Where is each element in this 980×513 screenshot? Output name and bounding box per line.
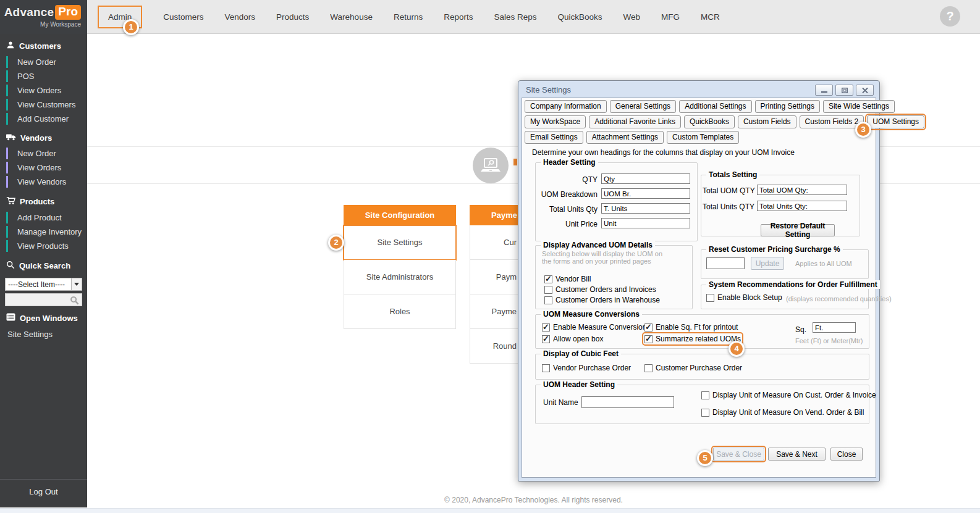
card-row-roles[interactable]: Roles xyxy=(344,294,456,329)
nav-item-web[interactable]: Web xyxy=(623,12,641,22)
checkbox-summarize-related-uoms[interactable]: Summarize related UOMs xyxy=(644,335,741,343)
card-row-rounding[interactable]: Round xyxy=(470,329,518,364)
checkbox-label: Enable Measure Conversions xyxy=(553,323,650,332)
checkbox-customer-orders-warehouse[interactable]: Customer Orders in Warehouse xyxy=(544,296,660,304)
section-title: Open Windows xyxy=(20,314,78,323)
select-dropdown-button[interactable] xyxy=(71,278,82,290)
nav-item-mcr[interactable]: MCR xyxy=(701,12,720,22)
save-close-button[interactable]: Save & Close xyxy=(713,448,764,461)
help-icon[interactable]: ? xyxy=(940,6,960,27)
minimize-button[interactable] xyxy=(815,85,833,96)
nav-item-returns[interactable]: Returns xyxy=(394,12,423,22)
checkbox-enable-block-setup[interactable]: Enable Block Setup xyxy=(706,293,782,302)
close-icon[interactable] xyxy=(856,85,874,96)
sidebar-item-add-product[interactable]: Add Product xyxy=(0,211,87,224)
uom-breakdown-input[interactable] xyxy=(601,188,690,199)
tab-row-3: Email Settings Attachment Settings Custo… xyxy=(525,131,739,144)
checkbox-box xyxy=(542,323,550,332)
checkbox-enable-measure-conversions[interactable]: Enable Measure Conversions xyxy=(542,323,650,332)
total-units-qty-heading-input[interactable] xyxy=(757,201,847,211)
nav-item-quickbooks[interactable]: QuickBooks xyxy=(558,12,602,22)
card-row-payment-1[interactable]: Paym xyxy=(470,260,518,294)
card-row-currency[interactable]: Cur xyxy=(470,225,518,260)
tab-uom-settings[interactable]: UOM Settings xyxy=(867,115,924,128)
sidebar-item-add-customer[interactable]: Add Customer xyxy=(0,112,87,125)
update-button[interactable]: Update xyxy=(751,257,784,270)
checkbox-enable-sq-ft-printout[interactable]: Enable Sq. Ft for printout xyxy=(644,323,738,332)
field-label-total-units-qty-2: Total Units QTY xyxy=(703,202,754,211)
checkbox-label: Vendor Bill xyxy=(555,275,591,283)
quick-search-select[interactable]: ----Select Item---- xyxy=(5,278,82,291)
nav-item-sales-reps[interactable]: Sales Reps xyxy=(494,12,536,22)
card-row-payment-2[interactable]: Payme xyxy=(470,294,518,329)
nav-item-customers[interactable]: Customers xyxy=(163,12,203,22)
admin-laptop-icon xyxy=(473,148,509,183)
checkbox-box xyxy=(542,364,550,372)
qty-heading-input[interactable] xyxy=(601,173,690,184)
surcharge-input[interactable] xyxy=(706,257,745,269)
tab-additional-settings[interactable]: Additional Settings xyxy=(679,100,751,113)
checkbox-label: Allow open box xyxy=(553,335,603,343)
tab-custom-fields-2[interactable]: Custom Fields 2 xyxy=(800,115,864,128)
close-button[interactable]: Close xyxy=(830,448,863,461)
checkbox-label: Customer Orders and Invoices xyxy=(555,285,656,294)
group-title: Header Setting xyxy=(541,158,598,167)
unit-price-input[interactable] xyxy=(601,218,690,228)
section-title: Customers xyxy=(19,41,61,51)
unit-name-input[interactable] xyxy=(581,396,674,408)
card-row-site-settings[interactable]: Site Settings 2 xyxy=(344,225,456,260)
checkbox-vendor-bill[interactable]: Vendor Bill xyxy=(544,275,591,283)
person-icon xyxy=(6,41,15,51)
sidebar-section-vendors: Vendors xyxy=(0,127,87,147)
tab-custom-fields[interactable]: Custom Fields xyxy=(738,115,796,128)
sidebar-item-vendor-new-order[interactable]: New Order xyxy=(0,147,87,160)
checkbox-customer-orders-invoices[interactable]: Customer Orders and Invoices xyxy=(544,285,656,294)
quick-search-input[interactable] xyxy=(5,293,82,306)
tab-site-wide-settings[interactable]: Site Wide Settings xyxy=(823,100,895,113)
chevron-down-icon xyxy=(74,283,79,286)
sidebar-item-new-order[interactable]: New Order xyxy=(0,56,87,69)
open-window-site-settings[interactable]: Site Settings xyxy=(0,327,87,341)
tab-attachment-settings[interactable]: Attachment Settings xyxy=(586,131,664,144)
sq-ft-input[interactable] xyxy=(813,322,856,333)
sidebar-item-view-orders[interactable]: View Orders xyxy=(0,84,87,97)
checkbox-display-uom-vend-order[interactable]: Display Unit of Measure On Vend. Order &… xyxy=(701,408,864,417)
tab-my-workspace[interactable]: My WorkSpace xyxy=(525,115,586,128)
nav-item-reports[interactable]: Reports xyxy=(444,12,473,22)
tab-quickbooks[interactable]: QuickBooks xyxy=(684,115,735,128)
checkbox-customer-purchase-order[interactable]: Customer Purchase Order xyxy=(644,364,742,372)
nav-item-vendors[interactable]: Vendors xyxy=(225,12,256,22)
sidebar-item-manage-inventory[interactable]: Manage Inventory xyxy=(0,225,87,238)
total-uom-qty-input[interactable] xyxy=(757,185,847,195)
total-units-qty-input[interactable] xyxy=(601,203,690,214)
sidebar-item-view-products[interactable]: View Products xyxy=(0,240,87,252)
accent-bar xyxy=(6,56,8,68)
tab-custom-templates[interactable]: Custom Templates xyxy=(667,131,739,144)
sidebar-item-view-customers[interactable]: View Customers xyxy=(0,98,87,111)
save-next-button[interactable]: Save & Next xyxy=(768,448,826,461)
tab-company-information[interactable]: Company Information xyxy=(525,100,607,113)
restore-default-setting-button[interactable]: Restore Default Setting xyxy=(761,224,835,236)
tab-general-settings[interactable]: General Settings xyxy=(610,100,676,113)
nav-item-mfg[interactable]: MFG xyxy=(661,12,680,22)
tab-email-settings[interactable]: Email Settings xyxy=(525,131,583,144)
site-settings-dialog: Site Settings Company Information Genera… xyxy=(518,80,880,482)
checkbox-label: Enable Sq. Ft for printout xyxy=(656,323,738,332)
checkbox-display-uom-cust-order[interactable]: Display Unit of Measure On Cust. Order &… xyxy=(701,391,876,399)
log-out-button[interactable]: Log Out xyxy=(0,479,87,504)
maximize-button[interactable] xyxy=(835,85,853,96)
helper-text-line2: the forms and on your printed pages xyxy=(542,257,651,265)
advancepro-logo: Advance Pro My Workspace xyxy=(0,0,87,34)
sidebar-item-pos[interactable]: POS xyxy=(0,70,87,83)
checkbox-vendor-purchase-order[interactable]: Vendor Purchase Order xyxy=(542,364,631,372)
tab-printing-settings[interactable]: Printing Settings xyxy=(755,100,820,113)
nav-item-products[interactable]: Products xyxy=(276,12,309,22)
card-row-label: Paym xyxy=(496,272,517,282)
sidebar-item-view-vendors[interactable]: View Vendors xyxy=(0,175,87,188)
sidebar-item-vendor-view-orders[interactable]: View Orders xyxy=(0,161,87,174)
main-menu: Admin Customers Vendors Products Warehou… xyxy=(98,0,720,34)
nav-item-warehouse[interactable]: Warehouse xyxy=(330,12,373,22)
card-row-site-administrators[interactable]: Site Administrators xyxy=(344,260,456,294)
checkbox-allow-open-box[interactable]: Allow open box xyxy=(542,335,603,343)
tab-additional-favorite-links[interactable]: Additional Favorite Links xyxy=(589,115,681,128)
